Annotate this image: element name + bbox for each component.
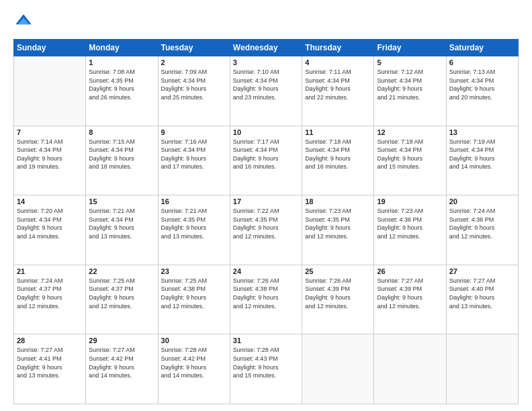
- day-number: 29: [89, 336, 154, 345]
- calendar-cell: 18Sunrise: 7:23 AM Sunset: 4:35 PM Dayli…: [302, 195, 374, 265]
- calendar-week-row: 14Sunrise: 7:20 AM Sunset: 4:34 PM Dayli…: [14, 195, 519, 265]
- calendar-cell: 12Sunrise: 7:18 AM Sunset: 4:34 PM Dayli…: [374, 126, 446, 195]
- calendar-cell: 3Sunrise: 7:10 AM Sunset: 4:34 PM Daylig…: [230, 56, 302, 126]
- day-info: Sunrise: 7:28 AM Sunset: 4:42 PM Dayligh…: [161, 346, 227, 379]
- calendar-cell: 5Sunrise: 7:12 AM Sunset: 4:34 PM Daylig…: [374, 56, 446, 126]
- day-info: Sunrise: 7:25 AM Sunset: 4:38 PM Dayligh…: [161, 277, 227, 310]
- calendar-cell: 11Sunrise: 7:18 AM Sunset: 4:34 PM Dayli…: [302, 126, 374, 195]
- calendar-cell: 31Sunrise: 7:28 AM Sunset: 4:43 PM Dayli…: [230, 334, 302, 404]
- calendar-cell: 2Sunrise: 7:09 AM Sunset: 4:34 PM Daylig…: [158, 56, 230, 126]
- day-info: Sunrise: 7:15 AM Sunset: 4:34 PM Dayligh…: [89, 138, 154, 171]
- day-number: 20: [449, 197, 515, 205]
- day-info: Sunrise: 7:22 AM Sunset: 4:35 PM Dayligh…: [233, 207, 299, 240]
- calendar-cell: 21Sunrise: 7:24 AM Sunset: 4:37 PM Dayli…: [14, 265, 86, 334]
- calendar-table: SundayMondayTuesdayWednesdayThursdayFrid…: [13, 39, 519, 404]
- day-number: 18: [305, 197, 371, 205]
- weekday-header-friday: Friday: [374, 40, 446, 56]
- day-number: 1: [89, 58, 154, 66]
- calendar-cell: 15Sunrise: 7:21 AM Sunset: 4:34 PM Dayli…: [86, 195, 158, 265]
- calendar-header-row: SundayMondayTuesdayWednesdayThursdayFrid…: [14, 40, 519, 56]
- day-number: 21: [17, 267, 83, 275]
- day-info: Sunrise: 7:24 AM Sunset: 4:37 PM Dayligh…: [17, 277, 83, 310]
- day-info: Sunrise: 7:25 AM Sunset: 4:37 PM Dayligh…: [89, 277, 154, 310]
- calendar-week-row: 21Sunrise: 7:24 AM Sunset: 4:37 PM Dayli…: [14, 265, 519, 334]
- weekday-header-saturday: Saturday: [446, 40, 518, 56]
- calendar-cell: 10Sunrise: 7:17 AM Sunset: 4:34 PM Dayli…: [230, 126, 302, 195]
- day-info: Sunrise: 7:17 AM Sunset: 4:34 PM Dayligh…: [233, 138, 299, 171]
- day-info: Sunrise: 7:10 AM Sunset: 4:34 PM Dayligh…: [233, 68, 299, 101]
- weekday-header-monday: Monday: [86, 40, 158, 56]
- day-number: 8: [89, 128, 154, 136]
- day-number: 31: [233, 336, 299, 345]
- day-info: Sunrise: 7:26 AM Sunset: 4:38 PM Dayligh…: [233, 277, 299, 310]
- page: SundayMondayTuesdayWednesdayThursdayFrid…: [0, 0, 532, 411]
- day-number: 13: [449, 128, 515, 136]
- day-info: Sunrise: 7:18 AM Sunset: 4:34 PM Dayligh…: [377, 138, 443, 171]
- day-info: Sunrise: 7:11 AM Sunset: 4:34 PM Dayligh…: [305, 68, 371, 101]
- day-info: Sunrise: 7:27 AM Sunset: 4:42 PM Dayligh…: [89, 346, 154, 379]
- weekday-header-sunday: Sunday: [14, 40, 86, 56]
- day-info: Sunrise: 7:14 AM Sunset: 4:34 PM Dayligh…: [17, 138, 83, 171]
- day-info: Sunrise: 7:26 AM Sunset: 4:39 PM Dayligh…: [305, 277, 371, 310]
- calendar-week-row: 28Sunrise: 7:27 AM Sunset: 4:41 PM Dayli…: [14, 334, 519, 404]
- calendar-cell: 6Sunrise: 7:13 AM Sunset: 4:34 PM Daylig…: [446, 56, 518, 126]
- day-info: Sunrise: 7:12 AM Sunset: 4:34 PM Dayligh…: [377, 68, 443, 101]
- day-number: 30: [161, 336, 227, 345]
- day-number: 16: [161, 197, 227, 205]
- day-number: 3: [233, 58, 299, 66]
- calendar-cell: 23Sunrise: 7:25 AM Sunset: 4:38 PM Dayli…: [158, 265, 230, 334]
- day-info: Sunrise: 7:08 AM Sunset: 4:35 PM Dayligh…: [89, 68, 154, 101]
- day-number: 9: [161, 128, 227, 136]
- day-number: 24: [233, 267, 299, 275]
- day-info: Sunrise: 7:13 AM Sunset: 4:34 PM Dayligh…: [449, 68, 515, 101]
- calendar-week-row: 1Sunrise: 7:08 AM Sunset: 4:35 PM Daylig…: [14, 56, 519, 126]
- day-number: 7: [17, 128, 83, 136]
- header: [13, 12, 519, 32]
- calendar-cell: 17Sunrise: 7:22 AM Sunset: 4:35 PM Dayli…: [230, 195, 302, 265]
- calendar-cell: [374, 334, 446, 404]
- calendar-cell: 16Sunrise: 7:21 AM Sunset: 4:35 PM Dayli…: [158, 195, 230, 265]
- day-number: 23: [161, 267, 227, 275]
- calendar-cell: 22Sunrise: 7:25 AM Sunset: 4:37 PM Dayli…: [86, 265, 158, 334]
- day-info: Sunrise: 7:24 AM Sunset: 4:36 PM Dayligh…: [449, 207, 515, 240]
- day-number: 15: [89, 197, 154, 205]
- calendar-cell: 1Sunrise: 7:08 AM Sunset: 4:35 PM Daylig…: [86, 56, 158, 126]
- day-info: Sunrise: 7:23 AM Sunset: 4:36 PM Dayligh…: [377, 207, 443, 240]
- calendar-cell: 26Sunrise: 7:27 AM Sunset: 4:39 PM Dayli…: [374, 265, 446, 334]
- day-info: Sunrise: 7:21 AM Sunset: 4:34 PM Dayligh…: [89, 207, 154, 240]
- calendar-cell: [446, 334, 518, 404]
- logo-icon: [13, 12, 34, 32]
- weekday-header-tuesday: Tuesday: [158, 40, 230, 56]
- calendar-cell: 13Sunrise: 7:19 AM Sunset: 4:34 PM Dayli…: [446, 126, 518, 195]
- day-info: Sunrise: 7:27 AM Sunset: 4:41 PM Dayligh…: [17, 346, 83, 379]
- day-info: Sunrise: 7:18 AM Sunset: 4:34 PM Dayligh…: [305, 138, 371, 171]
- day-number: 28: [17, 336, 83, 345]
- day-number: 6: [449, 58, 515, 66]
- day-number: 11: [305, 128, 371, 136]
- calendar-cell: 25Sunrise: 7:26 AM Sunset: 4:39 PM Dayli…: [302, 265, 374, 334]
- calendar-cell: 8Sunrise: 7:15 AM Sunset: 4:34 PM Daylig…: [86, 126, 158, 195]
- calendar-cell: [14, 56, 86, 126]
- day-number: 5: [377, 58, 443, 66]
- calendar-cell: 30Sunrise: 7:28 AM Sunset: 4:42 PM Dayli…: [158, 334, 230, 404]
- day-number: 27: [449, 267, 515, 275]
- calendar-cell: 29Sunrise: 7:27 AM Sunset: 4:42 PM Dayli…: [86, 334, 158, 404]
- day-info: Sunrise: 7:27 AM Sunset: 4:40 PM Dayligh…: [449, 277, 515, 310]
- day-number: 17: [233, 197, 299, 205]
- day-number: 25: [305, 267, 371, 275]
- day-info: Sunrise: 7:23 AM Sunset: 4:35 PM Dayligh…: [305, 207, 371, 240]
- calendar-cell: 24Sunrise: 7:26 AM Sunset: 4:38 PM Dayli…: [230, 265, 302, 334]
- day-number: 22: [89, 267, 154, 275]
- calendar-week-row: 7Sunrise: 7:14 AM Sunset: 4:34 PM Daylig…: [14, 126, 519, 195]
- day-number: 19: [377, 197, 443, 205]
- calendar-cell: 9Sunrise: 7:16 AM Sunset: 4:34 PM Daylig…: [158, 126, 230, 195]
- weekday-header-wednesday: Wednesday: [230, 40, 302, 56]
- day-info: Sunrise: 7:09 AM Sunset: 4:34 PM Dayligh…: [161, 68, 227, 101]
- day-info: Sunrise: 7:27 AM Sunset: 4:39 PM Dayligh…: [377, 277, 443, 310]
- day-number: 12: [377, 128, 443, 136]
- day-info: Sunrise: 7:19 AM Sunset: 4:34 PM Dayligh…: [449, 138, 515, 171]
- day-info: Sunrise: 7:21 AM Sunset: 4:35 PM Dayligh…: [161, 207, 227, 240]
- day-info: Sunrise: 7:28 AM Sunset: 4:43 PM Dayligh…: [233, 346, 299, 379]
- day-number: 2: [161, 58, 227, 66]
- calendar-cell: [302, 334, 374, 404]
